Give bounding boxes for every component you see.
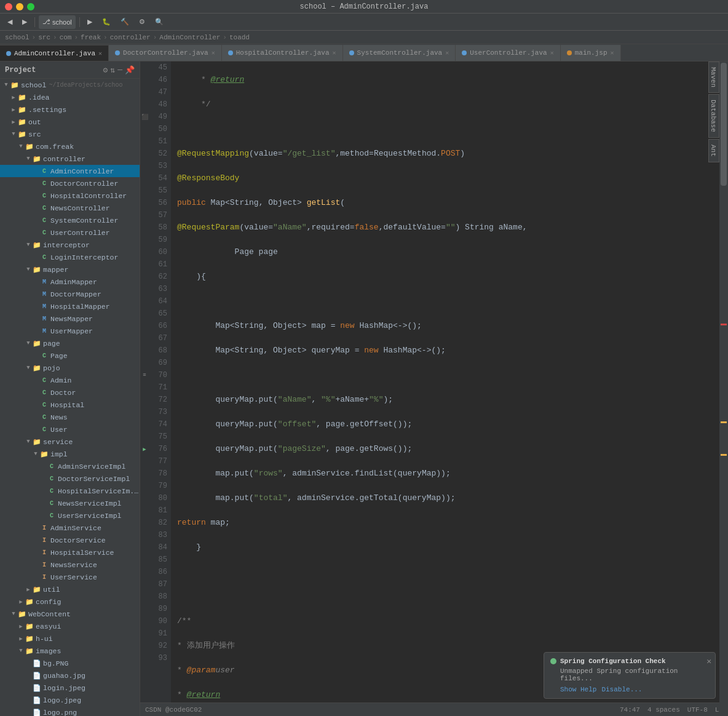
breadcrumb-item[interactable]: AdminController [159,34,220,41]
tab-close-icon[interactable]: ✕ [333,49,336,57]
tree-item-easyui[interactable]: ▶ 📁 easyui [0,620,140,632]
tree-item-page-folder[interactable]: ▼ 📁 page [0,337,140,349]
tree-item-controller[interactable]: ▼ 📁 controller [0,153,140,165]
tab-close-icon[interactable]: ✕ [550,49,554,57]
tree-item-h-ui[interactable]: ▶ 📁 h-ui [0,632,140,645]
tab-usercontroller[interactable]: UserController.java ✕ [456,45,560,61]
tree-item-doctorserviceimpl[interactable]: C DoctorServiceImpl [0,472,140,485]
tree-item-newsserviceimpl[interactable]: C NewsServiceImpl [0,497,140,509]
tree-item-hospitalserviceimpl[interactable]: C HospitalServiceIm... [0,485,140,497]
database-tool-button[interactable]: Database [708,94,719,138]
tree-item-newscontroller[interactable]: C NewsController [0,202,140,214]
tree-item-idea[interactable]: ▶ 📁 .idea [0,91,140,103]
tab-hospitalcontroller[interactable]: HospitalController.java ✕ [222,45,343,61]
expand-icon: ▼ [32,451,39,457]
tab-close-icon[interactable]: ✕ [212,49,215,57]
notification-close-button[interactable]: ✕ [706,656,711,666]
disable-link[interactable]: Disable... [601,686,642,693]
tab-close-icon[interactable]: ✕ [445,49,449,57]
editor-scrollbar[interactable] [719,62,728,716]
sidebar-sort-icon[interactable]: ⇅ [110,65,115,75]
tree-item-usercontroller[interactable]: C UserController [0,226,140,239]
tree-item-doctormapper[interactable]: M DoctorMapper [0,288,140,300]
maven-tool-button[interactable]: Maven [708,62,719,93]
tree-item-doctor[interactable]: C Doctor [0,386,140,399]
tab-systemcontroller[interactable]: SystemController.java ✕ [343,45,456,61]
tree-item-userservice[interactable]: I UserService [0,571,140,583]
tree-item-logo-jpeg[interactable]: 📄 logo.jpeg [0,694,140,706]
search-button[interactable]: 🔍 [151,15,167,29]
tree-item-hospitalcontroller[interactable]: C HospitalController [0,189,140,202]
tree-item-doctorservice[interactable]: I DoctorService [0,534,140,546]
tree-item-userserviceimpl[interactable]: C UserServiceImpl [0,509,140,522]
tree-item-admincontroller[interactable]: C AdminController [0,165,140,177]
tree-item-interceptor[interactable]: ▼ 📁 interceptor [0,239,140,251]
breadcrumb-item[interactable]: controller [110,34,151,41]
tree-item-service[interactable]: ▼ 📁 service [0,436,140,448]
tree-item-out[interactable]: ▶ 📁 out [0,116,140,128]
breadcrumb-item[interactable]: school [5,34,30,41]
tree-item-pojo[interactable]: ▼ 📁 pojo [0,362,140,374]
nav-forward-button[interactable]: ▶ [18,15,31,29]
status-indent[interactable]: 4 spaces [647,706,680,714]
tree-item-school[interactable]: ▼ 📁 school ~/IdeaProjects/schoo [0,79,140,91]
tree-item-logininterceptor[interactable]: C LoginInterceptor [0,251,140,263]
status-line-col[interactable]: 74:47 [620,706,640,714]
tree-item-hospitalmapper[interactable]: M HospitalMapper [0,300,140,312]
tree-item-mapper[interactable]: ▼ 📁 mapper [0,263,140,276]
breadcrumb-item[interactable]: com [60,34,72,41]
tree-item-news[interactable]: C News [0,411,140,423]
tree-item-adminservice[interactable]: I AdminService [0,522,140,534]
tree-item-page-class[interactable]: C Page [0,349,140,362]
breadcrumb-item[interactable]: src [38,34,50,41]
tree-item-config[interactable]: ▶ 📁 config [0,595,140,608]
tree-item-logo-png[interactable]: 📄 logo.png [0,706,140,716]
tree-item-usermapper[interactable]: M UserMapper [0,325,140,337]
tree-item-user[interactable]: C User [0,423,140,436]
tab-admincontroller[interactable]: AdminController.java ✕ [0,45,109,61]
tree-item-src[interactable]: ▼ 📁 src [0,128,140,140]
tab-doctorcontroller[interactable]: DoctorController.java ✕ [109,45,222,61]
sidebar-collapse-icon[interactable]: — [117,65,122,75]
maximize-button[interactable] [27,3,34,10]
status-encoding[interactable]: UTF-8 [687,706,708,714]
tree-item-comfreak[interactable]: ▼ 📁 com.freak [0,140,140,153]
tab-close-icon[interactable]: ✕ [98,50,102,57]
tree-item-settings[interactable]: ▶ 📁 .settings [0,103,140,116]
tab-close-icon[interactable]: ✕ [611,49,614,57]
tree-item-guahao[interactable]: 📄 guahao.jpg [0,669,140,682]
run-button[interactable]: ▶ [84,15,96,29]
branch-button[interactable]: ⎇ school [39,15,76,29]
breadcrumb-item[interactable]: toadd [229,34,250,41]
tree-item-admin[interactable]: C Admin [0,374,140,386]
tree-item-webcontent[interactable]: ▼ 📁 WebContent [0,608,140,620]
tree-item-doctorcontroller[interactable]: C DoctorController [0,177,140,189]
breadcrumb-item[interactable]: freak [81,34,101,41]
tree-item-newsmapper[interactable]: M NewsMapper [0,312,140,325]
tree-item-hospitalservice[interactable]: I HospitalService [0,546,140,559]
tree-item-util[interactable]: ▶ 📁 util [0,583,140,595]
tree-item-bg[interactable]: 📄 bg.PNG [0,657,140,669]
nav-back-button[interactable]: ◀ [4,15,16,29]
tree-item-adminserviceimpl[interactable]: C AdminServiceImpl [0,460,140,472]
tree-item-login[interactable]: 📄 login.jpeg [0,682,140,694]
java-class-icon: C [39,375,49,385]
sidebar-pin-icon[interactable]: 📌 [125,65,135,75]
minimize-button[interactable] [16,3,23,10]
tree-item-hospital[interactable]: C Hospital [0,399,140,411]
sidebar-settings-icon[interactable]: ⚙ [103,65,108,75]
tree-item-adminmapper[interactable]: M AdminMapper [0,276,140,288]
show-help-link[interactable]: Show Help [560,686,596,693]
settings-button[interactable]: ⚙ [135,15,149,29]
tree-item-systemcontroller[interactable]: C SystemController [0,214,140,226]
ant-tool-button[interactable]: Ant [708,139,719,162]
code-editor[interactable]: * @return */ @RequestMapping(value="/get… [171,62,728,702]
build-button[interactable]: 🔨 [117,15,133,29]
close-button[interactable] [5,3,12,10]
tree-item-newsservice[interactable]: I NewsService [0,559,140,571]
tree-item-images[interactable]: ▼ 📁 images [0,645,140,657]
debug-button[interactable]: 🐛 [98,15,114,29]
expand-icon: ▼ [2,82,10,88]
tab-mainjsp[interactable]: main.jsp ✕ [561,45,621,61]
tree-item-impl[interactable]: ▼ 📁 impl [0,448,140,460]
